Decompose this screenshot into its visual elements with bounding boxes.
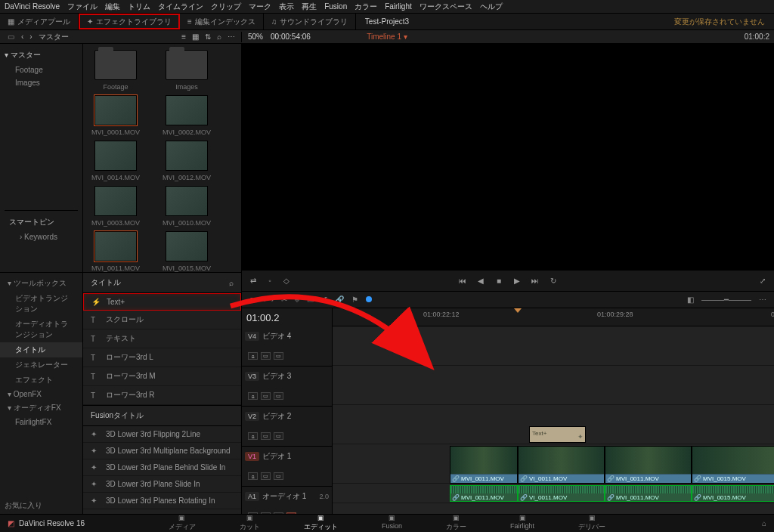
favorites-header[interactable]: お気に入り — [5, 500, 42, 511]
fx-item[interactable]: Tローワー3rd R — [83, 386, 241, 405]
chevron-left-icon[interactable]: ‹ — [21, 32, 23, 41]
menu-item[interactable]: タイムライン — [158, 2, 203, 12]
prev-frame-button[interactable]: ◀ — [475, 277, 486, 285]
next-frame-button[interactable]: ⏭ — [530, 277, 540, 285]
trim-tool[interactable]: ⟷ — [263, 295, 274, 304]
video-clip[interactable]: 🔗VI_0011.MOV — [518, 446, 605, 484]
sort-icon[interactable]: ⇅ — [205, 32, 211, 41]
menu-item[interactable]: ファイル — [67, 2, 98, 12]
fx-category[interactable]: ▾ オーディオFX — [0, 401, 82, 416]
overwrite-tool[interactable]: ▭ — [307, 295, 314, 304]
smart-bins-header[interactable]: スマートピン — [9, 217, 73, 227]
fx-item[interactable]: Tテキスト — [83, 329, 241, 348]
track-body[interactable]: 01:00:22:1201:00:29:2801:00:44:24 Text+ … — [333, 308, 774, 514]
track-lock-button[interactable]: ⩍ — [248, 512, 258, 514]
track-enable-button[interactable]: ▭ — [261, 512, 271, 514]
arrow-tool[interactable]: ↖ — [249, 295, 255, 304]
options-icon[interactable]: ⋯ — [759, 295, 766, 304]
video-clip[interactable]: 🔗MVI_0011.MOV — [450, 446, 518, 484]
bin-images[interactable]: Images — [5, 76, 78, 89]
track-header[interactable]: V4 ビデオ 4 — [242, 326, 332, 346]
clip-item[interactable]: MVI_0003.MOV — [89, 186, 142, 227]
bin-footage[interactable]: Footage — [5, 63, 78, 76]
audio-clip[interactable]: 🔗VI_0011.MOV — [518, 485, 605, 502]
menu-item[interactable]: Fairlight — [385, 2, 412, 11]
mark-icon[interactable]: ◦ — [265, 277, 275, 285]
audio-clip[interactable]: 🔗MVI_0011.MOV — [450, 485, 518, 502]
fx-item[interactable]: Tスクロール — [83, 311, 241, 329]
stop-button[interactable]: ■ — [494, 277, 504, 285]
track-header[interactable]: V2 ビデオ 2 — [242, 407, 332, 426]
track-solo-button[interactable]: S — [274, 512, 283, 514]
menu-item[interactable]: Fusion — [324, 2, 347, 11]
track-header[interactable]: V3 ビデオ 3 — [242, 367, 332, 386]
menu-item[interactable]: 編集 — [105, 2, 120, 12]
track-tag[interactable]: V4 — [245, 332, 259, 341]
playhead-icon[interactable] — [514, 308, 522, 313]
audio-clip[interactable]: 🔗MVI_0015.MOV — [692, 485, 774, 502]
page-tab[interactable]: ▣エディット — [293, 514, 348, 533]
track-visible-button[interactable]: ▭ — [274, 432, 283, 440]
track-lane[interactable]: 🔗MVI_0011.MOV 🔗VI_0011.MOV 🔗MVI_0011.MOV… — [333, 444, 774, 484]
page-tab[interactable]: ▣カラー — [435, 514, 477, 533]
fx-category[interactable]: エフェクト — [0, 373, 82, 388]
clip-item[interactable]: MVI_0014.MOV — [89, 141, 142, 181]
fx-category[interactable]: FairlightFX — [0, 416, 82, 428]
page-tab[interactable]: ▣Fusion — [371, 514, 413, 533]
menu-item[interactable]: DaVinci Resolve — [5, 2, 60, 11]
page-tab[interactable]: ▣Fairlight — [500, 514, 545, 533]
track-enable-button[interactable]: ▭ — [261, 392, 271, 400]
track-visible-button[interactable]: ▭ — [274, 352, 283, 360]
tab-effects-library[interactable]: ✦エフェクトライブラリ — [79, 14, 180, 29]
tab-sound-library[interactable]: ♫サウンドライブラリ — [264, 14, 357, 29]
track-header[interactable]: A1 オーディオ 1 2.0 — [242, 487, 332, 506]
fx-category[interactable]: ビデオトランジション — [0, 291, 82, 317]
marker-tool[interactable] — [366, 295, 372, 304]
track-lane[interactable] — [333, 503, 774, 514]
track-enable-button[interactable]: ▭ — [261, 472, 271, 480]
fx-category[interactable]: オーディオトランジション — [0, 317, 82, 342]
snap-toggle[interactable]: ◧ — [687, 295, 694, 304]
track-lane[interactable] — [333, 366, 774, 405]
fx-category[interactable]: ジェネレーター — [0, 357, 82, 373]
bin-master[interactable]: ▾ マスター — [5, 50, 78, 60]
track-lane[interactable]: 🔗MVI_0011.MOV 🔗VI_0011.MOV 🔗MVI_0011.MOV… — [333, 484, 774, 503]
list-view-icon[interactable]: ≡ — [181, 32, 186, 41]
more-icon[interactable]: ⋯ — [228, 32, 235, 41]
clip-item[interactable]: MVI_0011.MOV — [89, 231, 142, 272]
replace-tool[interactable]: ↺ — [321, 295, 327, 304]
grid-view-icon[interactable]: ▦ — [192, 32, 199, 41]
search-icon[interactable]: ⌕ — [217, 32, 221, 41]
insert-tool[interactable]: ⎆ — [295, 295, 299, 304]
fx-item[interactable]: Tローワー3rd M — [83, 367, 241, 386]
track-tag[interactable]: V3 — [245, 372, 259, 381]
clip-item[interactable]: MVI_0002.MOV — [160, 95, 213, 136]
page-tab[interactable]: ▣メディア — [158, 514, 206, 533]
folder-item[interactable]: Footage — [89, 50, 142, 91]
menu-item[interactable]: ヘルプ — [480, 2, 503, 12]
audio-clip[interactable]: 🔗MVI_0011.MOV — [605, 485, 692, 502]
menu-item[interactable]: 再生 — [302, 2, 317, 12]
fx-item[interactable]: ⚡Text+ — [83, 293, 241, 311]
track-lock-button[interactable]: ⩍ — [248, 392, 258, 400]
timeline-name[interactable]: Timeline 1 ▾ — [367, 32, 407, 41]
track-enable-button[interactable]: ▭ — [261, 352, 271, 360]
timeline-viewer[interactable] — [242, 44, 774, 271]
link-tool[interactable]: 🔗 — [335, 295, 344, 304]
menu-item[interactable]: マーク — [249, 2, 271, 12]
first-frame-button[interactable]: ⏮ — [457, 277, 468, 285]
timeline[interactable]: 01:00.2 V4 ビデオ 4 ⩍ ▭ ▭ V3 ビデオ 3 ⩍ ▭ ▭ V2… — [242, 308, 774, 514]
track-tag[interactable]: V2 — [245, 412, 259, 421]
track-lane[interactable]: Text+ ✦ — [333, 405, 774, 444]
time-ruler[interactable]: 01:00:22:1201:00:29:2801:00:44:24 — [333, 308, 774, 326]
folder-item[interactable]: Images — [160, 50, 213, 91]
menu-item[interactable]: トリム — [128, 2, 150, 12]
smart-bin-keywords[interactable]: › Keywords — [9, 230, 73, 243]
fusion-title-item[interactable]: ✦3D Lower 3rd Multiplane Background — [83, 443, 241, 459]
fx-item[interactable]: Tローワー3rd L — [83, 348, 241, 367]
clip-item[interactable]: MVI_0015.MOV — [160, 231, 213, 272]
fusion-title-item[interactable]: ✦3D Lower 3rd Flipping 2Line — [83, 426, 241, 443]
track-visible-button[interactable]: ▭ — [274, 472, 283, 480]
track-tag[interactable]: V1 — [245, 452, 259, 461]
track-lock-button[interactable]: ⩍ — [248, 472, 258, 480]
